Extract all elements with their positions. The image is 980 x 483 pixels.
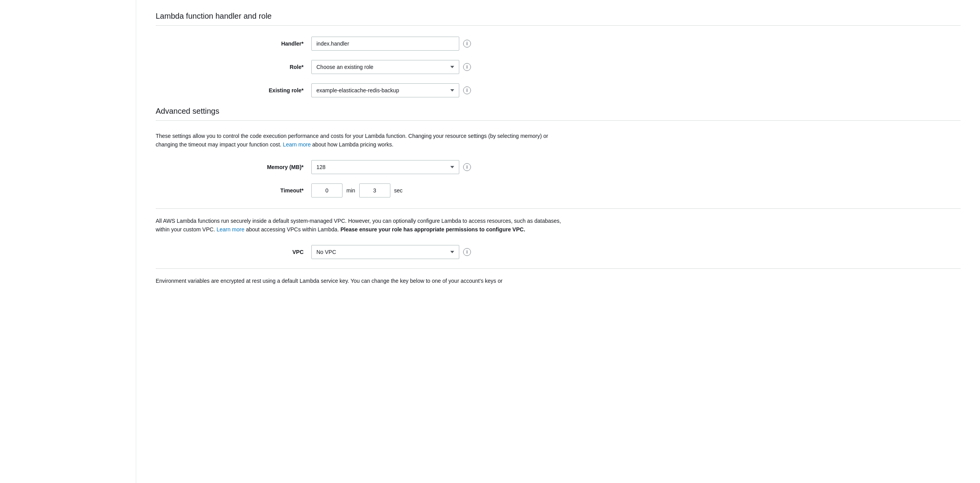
page-container: Lambda function handler and role Handler…	[0, 0, 980, 483]
timeout-label: Timeout*	[234, 187, 311, 194]
timeout-inputs: min sec	[311, 183, 402, 197]
env-section: Environment variables are encrypted at r…	[156, 268, 961, 285]
vpc-control-wrapper: No VPC i	[311, 245, 471, 259]
vpc-info-icon[interactable]: i	[463, 248, 471, 256]
vpc-desc-bold: Please ensure your role has appropriate …	[341, 226, 525, 233]
timeout-sec-unit: sec	[394, 187, 403, 194]
existing-role-label: Existing role*	[234, 87, 311, 93]
vpc-label: VPC	[234, 249, 311, 255]
handler-info-icon[interactable]: i	[463, 40, 471, 48]
left-sidebar	[0, 0, 136, 483]
vpc-description: All AWS Lambda functions run securely in…	[156, 217, 568, 234]
vpc-separator	[156, 208, 961, 209]
handler-row: Handler* i	[156, 37, 961, 51]
learn-more-vpc-link[interactable]: Learn more	[216, 226, 244, 233]
advanced-title: Advanced settings	[156, 107, 961, 116]
timeout-row: Timeout* min sec	[156, 183, 961, 197]
role-row: Role* Choose an existing role Create new…	[156, 60, 961, 74]
existing-role-control-wrapper: example-elasticache-redis-backup i	[311, 83, 471, 97]
handler-role-title: Lambda function handler and role	[156, 12, 961, 21]
existing-role-select[interactable]: example-elasticache-redis-backup	[311, 83, 459, 97]
existing-role-info-icon[interactable]: i	[463, 86, 471, 94]
handler-label: Handler*	[234, 41, 311, 47]
role-select[interactable]: Choose an existing role Create new role …	[311, 60, 459, 74]
vpc-select[interactable]: No VPC	[311, 245, 459, 259]
advanced-section: Advanced settings These settings allow y…	[156, 107, 961, 197]
learn-more-pricing-link[interactable]: Learn more	[283, 141, 311, 148]
vpc-section: All AWS Lambda functions run securely in…	[156, 208, 961, 259]
vpc-row: VPC No VPC i	[156, 245, 961, 259]
advanced-description: These settings allow you to control the …	[156, 132, 568, 149]
timeout-min-input[interactable]	[311, 183, 342, 197]
env-description: Environment variables are encrypted at r…	[156, 277, 568, 285]
handler-control-wrapper: i	[311, 37, 471, 51]
memory-info-icon[interactable]: i	[463, 163, 471, 171]
memory-label: Memory (MB)*	[234, 164, 311, 170]
vpc-desc-part2: about accessing VPCs within Lambda.	[246, 226, 339, 233]
timeout-min-unit: min	[346, 187, 355, 194]
advanced-divider	[156, 120, 961, 121]
role-control-wrapper: Choose an existing role Create new role …	[311, 60, 471, 74]
memory-control-wrapper: 128 256 512 1024 1536 3008 i	[311, 160, 471, 174]
existing-role-row: Existing role* example-elasticache-redis…	[156, 83, 961, 97]
memory-row: Memory (MB)* 128 256 512 1024 1536 3008 …	[156, 160, 961, 174]
role-label: Role*	[234, 64, 311, 70]
timeout-sec-input[interactable]	[359, 183, 390, 197]
role-info-icon[interactable]: i	[463, 63, 471, 71]
handler-input[interactable]	[311, 37, 459, 51]
handler-role-divider	[156, 25, 961, 26]
memory-select[interactable]: 128 256 512 1024 1536 3008	[311, 160, 459, 174]
main-content: Lambda function handler and role Handler…	[136, 0, 980, 483]
advanced-desc-part2: about how Lambda pricing works.	[312, 141, 393, 148]
